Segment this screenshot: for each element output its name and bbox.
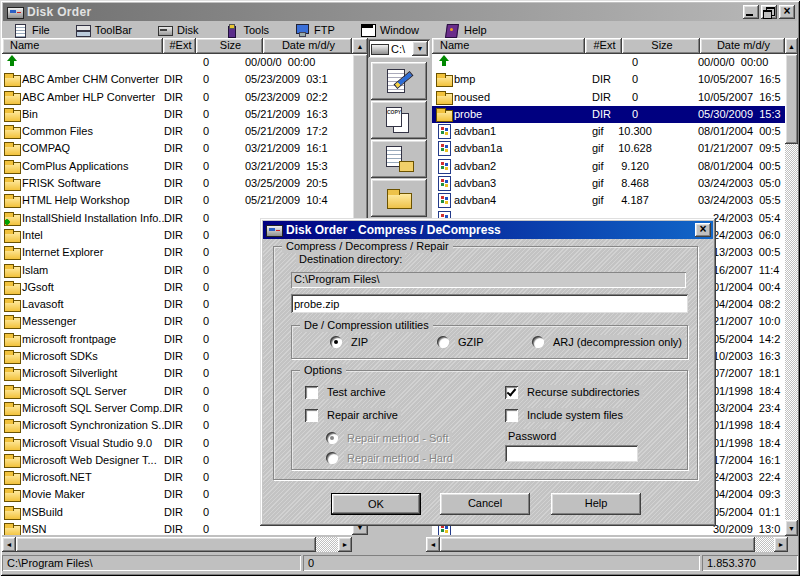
ok-button[interactable]: OK <box>331 493 421 515</box>
help-button[interactable]: Help <box>551 493 641 515</box>
m-ftp-icon <box>295 24 309 36</box>
file-row[interactable]: FRISK Software DIR 0 03/25/2009 20:5 <box>2 175 352 192</box>
menu-item-window[interactable]: Window <box>356 23 424 37</box>
left-horizontal-scrollbar[interactable]: ◄ ► <box>2 537 352 552</box>
close-button[interactable]: × <box>779 5 795 19</box>
file-row[interactable]: probe DIR 0 05/30/2009 15:3 <box>432 106 785 123</box>
file-row[interactable]: ABC Amber HLP Converter DIR 0 05/23/2009… <box>2 89 352 106</box>
right-vertical-scrollbar[interactable] <box>785 54 798 520</box>
folder-icon <box>4 418 20 432</box>
arj-radio[interactable]: ARJ (decompression only) <box>532 335 685 349</box>
m-help-icon <box>445 24 459 36</box>
gzip-radio-circle[interactable] <box>437 336 449 348</box>
file-row[interactable]: noused DIR 0 10/05/2007 16:5 <box>432 89 785 106</box>
toolbar-button-new-folder[interactable] <box>371 179 427 217</box>
right-hscroll-left-button[interactable]: ◄ <box>426 537 440 552</box>
file-row[interactable]: advban2 gif 9.120 08/01/2004 00:5 <box>432 158 785 175</box>
toolbar-button-move[interactable] <box>371 140 427 178</box>
arj-radio-circle[interactable] <box>532 336 544 348</box>
repair-method-hard-radio: Repair method - Hard <box>326 451 456 465</box>
archive-filename-input[interactable] <box>291 294 688 313</box>
right-scroll-up-button[interactable]: ▲ <box>785 38 798 54</box>
toolbar-button-edit[interactable] <box>371 62 427 100</box>
folder-icon <box>4 436 20 450</box>
column-header[interactable]: Size <box>622 38 700 54</box>
m-tools-icon <box>224 24 238 36</box>
minimize-button[interactable] <box>743 5 759 19</box>
repair-archive-checkbox[interactable]: Repair archive <box>305 408 401 422</box>
folder-icon <box>4 487 20 501</box>
column-header[interactable]: #Ext <box>163 38 196 54</box>
file-row[interactable]: 0 00/00/0 00:00 <box>2 54 352 71</box>
group-utils-legend: De / Compression utilities <box>300 319 433 332</box>
file-row[interactable]: COMPAQ DIR 0 03/21/2009 16:1 <box>2 140 352 157</box>
file-row[interactable]: advban1a gif 10.628 01/21/2007 09:5 <box>432 140 785 157</box>
left-hscroll-left-button[interactable]: ◄ <box>2 537 16 552</box>
right-scroll-down-button[interactable]: ▼ <box>785 520 798 536</box>
file-row[interactable]: Common Files DIR 0 05/21/2009 17:2 <box>2 123 352 140</box>
left-scrollbar-thumb[interactable] <box>352 54 368 224</box>
dialog-title-bar[interactable]: Disk Order - Compress / DeCompress × <box>263 221 713 239</box>
right-hscroll-right-button[interactable]: ► <box>774 537 788 552</box>
include-system-files-box[interactable] <box>505 409 518 422</box>
column-header[interactable]: Date m/d/y <box>700 38 785 54</box>
folder-icon <box>4 159 20 173</box>
cancel-button[interactable]: Cancel <box>440 493 530 515</box>
password-input[interactable] <box>505 445 638 462</box>
drive-dropdown-button[interactable]: ▼ <box>412 41 428 56</box>
title-bar[interactable]: Disk Order × <box>3 3 797 21</box>
repair-archive-box[interactable] <box>305 409 318 422</box>
file-row[interactable]: ABC Amber CHM Converter DIR 0 05/23/2009… <box>2 71 352 88</box>
column-header[interactable]: Name <box>432 38 585 54</box>
menu-item-ftp[interactable]: FTP <box>290 23 340 37</box>
file-row[interactable]: ComPlus Applications DIR 0 03/21/2009 15… <box>2 158 352 175</box>
zip-radio-circle[interactable] <box>330 336 342 348</box>
disk-order-window: Disk Order × File ToolBar Disk Tools FTP… <box>0 0 800 576</box>
menu-bar: File ToolBar Disk Tools FTP Window Help <box>3 21 797 38</box>
drive-icon <box>371 44 389 54</box>
menu-item-file[interactable]: File <box>8 23 55 37</box>
column-header[interactable]: Name <box>2 38 163 54</box>
toolbar-button-copy[interactable] <box>371 101 427 139</box>
menu-item-help[interactable]: Help <box>440 23 492 37</box>
file-row[interactable]: Bin DIR 0 05/21/2009 16:3 <box>2 106 352 123</box>
file-row[interactable]: advban3 gif 8.468 03/24/2003 05:0 <box>432 175 785 192</box>
tb-folder-icon <box>384 185 414 211</box>
test-archive-box[interactable] <box>305 386 318 399</box>
right-hscrollbar-thumb[interactable] <box>440 537 755 552</box>
dialog-body: Compress / Decompress / Repair Destinati… <box>263 239 713 523</box>
repair-method-soft-radio: Repair method - Soft <box>326 431 452 445</box>
recurse-subdirectories-checkbox[interactable]: Recurse subdirectories <box>505 385 643 399</box>
right-horizontal-scrollbar[interactable]: ◄ ► <box>426 537 788 552</box>
left-hscroll-right-button[interactable]: ► <box>338 537 352 552</box>
status-total-size: 1.853.370 <box>702 555 798 571</box>
left-hscrollbar-thumb[interactable] <box>16 537 316 552</box>
left-scroll-up-button[interactable]: ▲ <box>352 38 368 54</box>
folder-icon <box>4 124 20 138</box>
gzip-radio[interactable]: GZIP <box>437 335 487 349</box>
dialog-close-icon[interactable]: × <box>695 223 711 237</box>
file-row[interactable]: HTML Help Workshop DIR 0 05/21/2009 10:4 <box>2 192 352 209</box>
restore-button[interactable] <box>761 5 777 19</box>
column-header[interactable]: #Ext <box>585 38 622 54</box>
recurse-subdirectories-box[interactable] <box>505 386 518 399</box>
folder-icon <box>4 141 20 155</box>
folder-icon <box>4 193 20 207</box>
folder-icon <box>4 90 20 104</box>
file-row[interactable]: advban1 gif 10.300 08/01/2004 00:5 <box>432 123 785 140</box>
right-scrollbar-thumb[interactable] <box>785 54 798 144</box>
zip-radio[interactable]: ZIP <box>330 335 371 349</box>
folder-icon <box>4 297 20 311</box>
menu-item-tools[interactable]: Tools <box>219 23 274 37</box>
column-header[interactable]: Date m/d/y <box>263 38 352 54</box>
file-row[interactable]: 0 00/00/0 00:00 <box>432 54 785 71</box>
file-row[interactable]: advban4 gif 4.187 03/24/2003 05:5 <box>432 192 785 209</box>
drive-selector[interactable]: C:\ ▼ <box>368 39 430 58</box>
include-system-files-checkbox[interactable]: Include system files <box>505 408 626 422</box>
file-row[interactable]: bmp DIR 0 10/05/2007 16:5 <box>432 71 785 88</box>
menu-item-toolbar[interactable]: ToolBar <box>71 23 137 37</box>
folder-icon <box>4 453 20 467</box>
column-header[interactable]: Size <box>196 38 263 54</box>
test-archive-checkbox[interactable]: Test archive <box>305 385 389 399</box>
menu-item-disk[interactable]: Disk <box>153 23 203 37</box>
